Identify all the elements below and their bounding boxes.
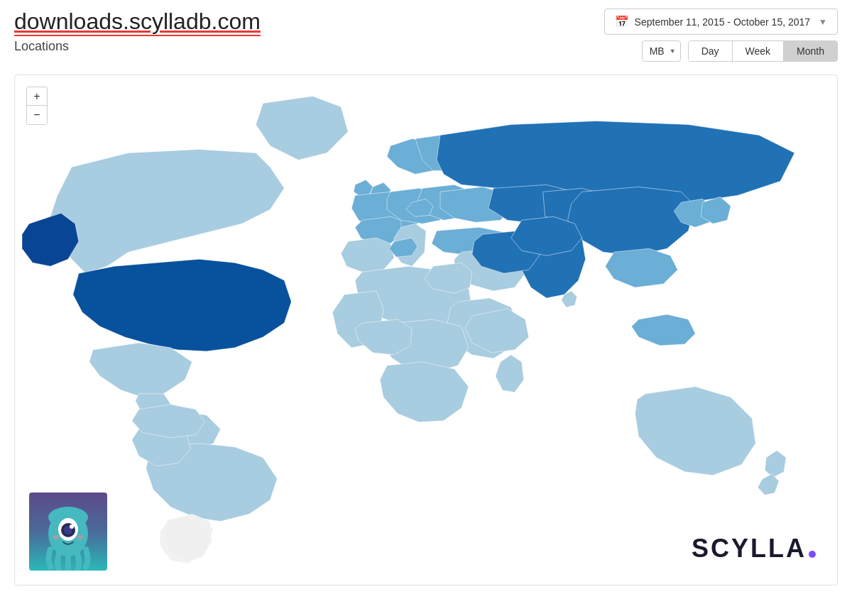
chevron-down-icon: ▼: [819, 17, 827, 27]
date-range-text: September 11, 2015 - October 15, 2017: [635, 16, 811, 28]
map-svg-wrapper: [15, 75, 837, 585]
zoom-in-button[interactable]: +: [27, 87, 47, 106]
zoom-out-button[interactable]: −: [27, 106, 47, 124]
map-container: + −: [14, 75, 838, 585]
day-period-button[interactable]: Day: [689, 41, 733, 61]
site-title: downloads.scylladb.com: [14, 9, 261, 36]
header-right: 📅 September 11, 2015 - October 15, 2017 …: [604, 9, 838, 62]
svg-point-8: [53, 535, 60, 539]
unit-select-wrapper: MB GB KB: [642, 40, 681, 62]
world-map-svg: [15, 75, 837, 585]
header-left: downloads.scylladb.com Locations: [14, 9, 261, 54]
mascot-image: [29, 493, 107, 571]
week-period-button[interactable]: Week: [733, 41, 785, 61]
period-button-group: Day Week Month: [688, 40, 838, 62]
scylla-logo-text: SCYLLA: [692, 534, 807, 563]
calendar-icon: 📅: [615, 15, 629, 28]
zoom-controls: + −: [26, 87, 48, 125]
month-period-button[interactable]: Month: [784, 41, 837, 61]
date-range-button[interactable]: 📅 September 11, 2015 - October 15, 2017 …: [604, 9, 838, 35]
page-header: downloads.scylladb.com Locations 📅 Septe…: [0, 0, 852, 67]
svg-point-9: [77, 535, 84, 539]
mascot-svg: [29, 493, 107, 571]
scylla-logo: SCYLLA: [692, 534, 816, 563]
unit-select[interactable]: MB GB KB: [642, 40, 681, 62]
page-subtitle: Locations: [14, 39, 261, 54]
controls-row: MB GB KB Day Week Month: [642, 40, 838, 62]
scylla-logo-dot: [809, 551, 816, 558]
svg-point-7: [70, 524, 74, 529]
